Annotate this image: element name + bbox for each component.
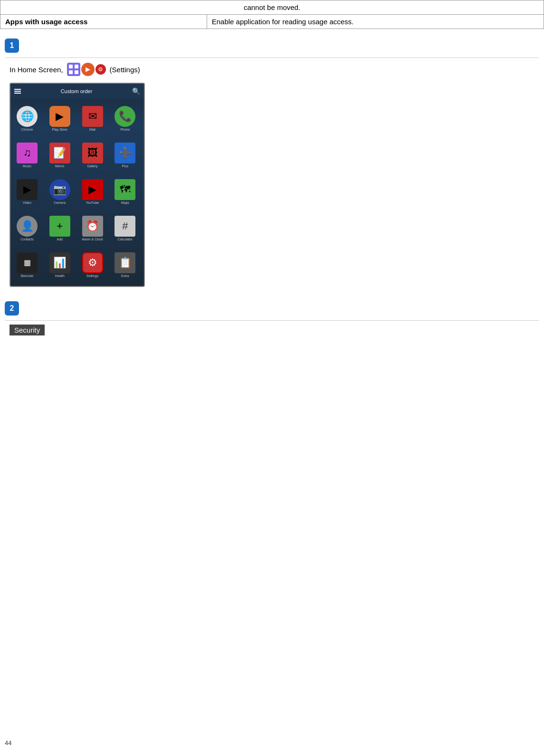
- list-item: 📞 Phone: [110, 101, 140, 136]
- app-contacts-icon: 👤: [17, 216, 38, 237]
- settings-dot-icon: ⚙: [95, 64, 106, 75]
- step1-divider: [5, 57, 539, 58]
- phone-title: Custom order: [61, 88, 93, 94]
- phone-page-dots: • • •: [10, 287, 144, 287]
- list-item: 🌐 Chrome: [12, 101, 42, 136]
- app-phone-icon: 📞: [115, 106, 135, 127]
- app-video-icon: ▶: [17, 179, 38, 200]
- step2-header: 2: [5, 301, 539, 316]
- app-chrome-icon: 🌐: [17, 106, 38, 127]
- app-memo-icon: 📝: [49, 143, 70, 163]
- list-item: 🖼 Gallery: [78, 137, 107, 173]
- list-item: 📋 Extra: [110, 247, 140, 283]
- app-settings-icon: ⚙: [82, 252, 103, 273]
- table-cannot-be-moved: cannot be moved.: [0, 0, 544, 15]
- list-item: 📷 Camera: [45, 174, 75, 210]
- list-item: ⚙ Settings: [78, 247, 107, 283]
- app-youtube-icon: ▶: [82, 179, 103, 200]
- instruction-suffix: (Settings): [110, 66, 140, 74]
- app-mail-icon: ✉: [82, 106, 103, 127]
- svg-rect-0: [69, 65, 73, 68]
- list-item: ➕ Plus: [110, 137, 140, 173]
- list-item: + Add: [45, 211, 75, 246]
- svg-rect-3: [75, 70, 78, 74]
- app-calculator-icon: #: [115, 216, 135, 237]
- table-apps-label: Apps with usage access: [0, 15, 207, 29]
- step2-section: 2 Security: [0, 292, 544, 344]
- list-item: # Calculator: [110, 211, 140, 246]
- info-table: cannot be moved. Apps with usage access …: [0, 0, 544, 29]
- page-number: 44: [5, 739, 11, 746]
- app-add-icon: +: [49, 216, 70, 237]
- list-item: 📝 Memo: [45, 137, 75, 173]
- security-label: Security: [10, 325, 45, 335]
- table-apps-desc: Enable application for reading usage acc…: [207, 15, 544, 29]
- app-plus-icon: ➕: [115, 143, 135, 163]
- app-extra-icon: 📋: [115, 252, 135, 273]
- inline-icons: ▶ ⚙: [67, 63, 106, 76]
- app-barcode-icon: ▦: [17, 252, 38, 273]
- app-gallery-icon: 🖼: [82, 143, 103, 163]
- list-item: ▶ Play Store: [45, 101, 75, 136]
- list-item: 👤 Contacts: [12, 211, 42, 246]
- app-play-icon: ▶: [49, 106, 70, 127]
- step2-divider: [5, 320, 539, 321]
- phone-app-grid: 🌐 Chrome ▶ Play Store ✉ Mail 📞 Phone ♫ M…: [10, 99, 144, 285]
- step1-header: 1: [5, 38, 539, 53]
- list-item: ♫ Music: [12, 137, 42, 173]
- phone-top-bar: Custom order 🔍: [10, 84, 144, 99]
- phone-menu-icon: [14, 89, 21, 94]
- list-item: ✉ Mail: [78, 101, 107, 136]
- step1-section: 1 In Home Screen, ▶ ⚙ (Settings): [0, 29, 544, 292]
- step2-badge: 2: [5, 301, 19, 316]
- app-maps-icon: 🗺: [115, 179, 135, 200]
- list-item: ⏰ Alarm & Clock: [78, 211, 107, 246]
- apps-grid-icon: [67, 63, 80, 76]
- instruction-prefix: In Home Screen,: [10, 66, 63, 74]
- app-music-icon: ♫: [17, 143, 38, 163]
- app-alarm-icon: ⏰: [82, 216, 103, 237]
- list-item: ▶ YouTube: [78, 174, 107, 210]
- app-camera-icon: 📷: [49, 179, 70, 200]
- phone-screenshot: Custom order 🔍 🌐 Chrome ▶ Play Store ✉ M…: [10, 83, 145, 287]
- arrow-icon: ▶: [81, 63, 95, 76]
- svg-rect-1: [75, 65, 78, 68]
- app-health-icon: 📊: [49, 252, 70, 273]
- grid-svg: [67, 63, 80, 76]
- list-item: ▶ Video: [12, 174, 42, 210]
- svg-rect-2: [69, 70, 73, 74]
- list-item: 📊 Health: [45, 247, 75, 283]
- list-item: ▦ Barcode: [12, 247, 42, 283]
- list-item: 🗺 Maps: [110, 174, 140, 210]
- phone-search-icon: 🔍: [132, 87, 140, 95]
- step1-badge: 1: [5, 38, 19, 53]
- step1-instruction: In Home Screen, ▶ ⚙ (Settings): [10, 63, 534, 76]
